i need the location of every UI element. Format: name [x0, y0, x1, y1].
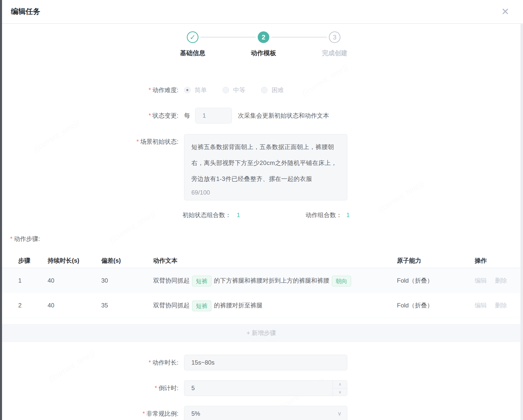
combos-row: 初始状态组合数： 1 动作组合数： 1 [0, 210, 520, 220]
step-1-circle-check-icon: ✓ [187, 31, 198, 43]
radio-easy-circle [184, 87, 191, 93]
step-connector [271, 37, 327, 38]
step-connector [200, 37, 256, 38]
step-label-basic-info: 基础信息 [162, 49, 223, 57]
spinner-up-icon[interactable]: ∧ [333, 381, 347, 388]
cell-action-text: 双臂协同抓起短裤的下方裤腿和裤腰对折到上方的裤腿和裤腰朝向 [153, 268, 354, 293]
scrollbar-track[interactable] [520, 24, 523, 420]
difficulty-radio-group: 简单 中等 困难 [184, 83, 299, 97]
unusual-ratio-label: *非常规比例: [0, 406, 178, 420]
countdown-label: *倒计时: [0, 380, 178, 396]
edit-link[interactable]: 编辑 [475, 302, 487, 309]
cell-step: 1 [18, 268, 22, 293]
table-row: 1 40 30 双臂协同抓起短裤的下方裤腿和裤腰对折到上方的裤腿和裤腰朝向 Fo… [2, 268, 520, 293]
cell-deviation: 35 [101, 293, 108, 318]
table-row: 2 40 35 双臂协同抓起短裤的裤腰对折至裤腿 Fold（折叠） 编辑删除 [2, 293, 520, 318]
cell-action-text: 双臂协同抓起短裤的裤腰对折至裤腿 [153, 293, 263, 318]
unusual-ratio-value: 5% [191, 406, 200, 420]
radio-medium-label: 中等 [233, 86, 245, 94]
cell-ability: Fold（折叠） [397, 293, 433, 318]
radio-hard-label: 困难 [272, 86, 284, 94]
duration-row: *动作时长: 15s~80s [0, 355, 520, 370]
countdown-row: *倒计时: 5 ∧ ∨ [0, 380, 520, 396]
initial-combos-label: 初始状态组合数： [183, 210, 231, 220]
col-ability: 原子能力 [397, 254, 421, 268]
col-operation: 操作 [475, 254, 487, 268]
initial-state-row: *场景初始状态: 短裤五条数据背面朝上，五条数据正面朝上，裤腰朝右，离头部视野下… [0, 134, 520, 200]
required-asterisk: * [136, 138, 139, 145]
required-asterisk: * [149, 112, 151, 119]
required-asterisk: * [143, 410, 145, 417]
cell-duration: 40 [48, 293, 54, 318]
table-header: 步骤 持续时长(s) 偏差(s) 动作文本 原子能力 操作 [2, 254, 520, 268]
header-divider [2, 23, 523, 24]
state-change-suffix: 次采集会更新初始状态和动作文本 [238, 108, 329, 123]
countdown-input[interactable]: 5 ∧ ∨ [184, 380, 347, 396]
object-tag: 短裤 [192, 301, 211, 311]
countdown-value: 5 [191, 381, 195, 396]
screen-left-edge [0, 0, 2, 420]
initial-state-text: 短裤五条数据背面朝上，五条数据正面朝上，裤腰朝右，离头部视野下方至少20cm之外… [191, 139, 340, 187]
required-asterisk: * [149, 359, 151, 366]
radio-hard-circle [261, 87, 268, 93]
required-asterisk: * [155, 385, 157, 391]
state-change-label: *状态变更: [0, 108, 178, 123]
action-combos-value: 1 [346, 210, 350, 220]
object-tag: 短裤 [192, 276, 211, 286]
col-action-text: 动作文本 [153, 254, 177, 268]
radio-easy-label: 简单 [195, 86, 207, 94]
duration-value: 15s~80s [191, 355, 214, 370]
state-change-prefix: 每 [184, 108, 190, 123]
orientation-tag: 朝向 [332, 276, 351, 286]
radio-easy[interactable]: 简单 [184, 86, 207, 94]
col-duration: 持续时长(s) [48, 254, 79, 268]
radio-hard[interactable]: 困难 [261, 86, 284, 94]
initial-state-label: *场景初始状态: [0, 138, 178, 146]
col-deviation: 偏差(s) [101, 254, 121, 268]
char-counter: 69/100 [191, 189, 210, 196]
delete-link[interactable]: 删除 [495, 302, 507, 309]
dialog-title: 编辑任务 [11, 7, 40, 17]
unusual-ratio-row: *非常规比例: 5% ∨ [0, 406, 520, 420]
initial-state-textarea[interactable]: 短裤五条数据背面朝上，五条数据正面朝上，裤腰朝右，离头部视野下方至少20cm之外… [184, 134, 347, 200]
add-step-button[interactable]: + 新增步骤 [2, 324, 520, 342]
spinner-down-icon[interactable]: ∨ [333, 388, 347, 396]
step-3-circle: 3 [329, 31, 340, 43]
state-change-value: 1 [203, 108, 206, 123]
cell-ability: Fold（折叠） [397, 268, 433, 293]
difficulty-label: *动作难度: [0, 83, 178, 97]
radio-medium[interactable]: 中等 [223, 86, 245, 94]
action-combos-label: 动作组合数： [306, 210, 342, 220]
cell-duration: 40 [48, 268, 54, 293]
radio-medium-circle [223, 87, 229, 93]
duration-label: *动作时长: [0, 355, 178, 370]
step-label-finish-create: 完成创建 [304, 49, 365, 57]
action-steps-label: *动作步骤: [10, 235, 40, 243]
cell-deviation: 30 [101, 268, 108, 293]
chevron-down-icon: ∨ [337, 406, 341, 420]
close-icon[interactable]: ✕ [499, 6, 511, 18]
duration-input[interactable]: 15s~80s [184, 355, 347, 370]
state-change-row: *状态变更: 每 1 次采集会更新初始状态和动作文本 [0, 108, 520, 123]
edit-link[interactable]: 编辑 [475, 277, 487, 284]
unusual-ratio-select[interactable]: 5% ∨ [184, 406, 347, 420]
state-change-input[interactable]: 1 [195, 108, 232, 123]
cell-step: 2 [18, 293, 22, 318]
required-asterisk: * [10, 235, 12, 242]
number-spinner: ∧ ∨ [333, 381, 347, 396]
difficulty-row: *动作难度: 简单 中等 困难 [0, 83, 520, 97]
delete-link[interactable]: 删除 [495, 277, 507, 284]
col-step: 步骤 [18, 254, 30, 268]
edit-task-dialog: {{current_time}} {{current_time}} {{curr… [0, 0, 523, 420]
step-label-action-template: 动作模板 [233, 49, 294, 57]
required-asterisk: * [149, 87, 151, 93]
step-2-circle: 2 [258, 31, 269, 43]
initial-combos-value: 1 [237, 210, 240, 220]
